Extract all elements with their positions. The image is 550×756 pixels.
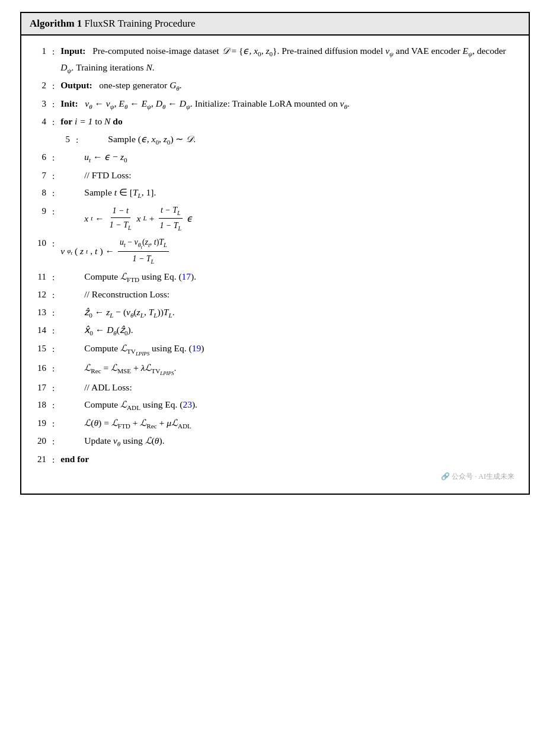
fraction-xt-2: t − TL 1 − TL xyxy=(158,203,183,234)
line-colon-15: : xyxy=(52,341,55,357)
watermark: 🔗 公众号 · AI生成未来 xyxy=(30,469,520,485)
algorithm-body: 1 : Input: Pre-computed noise-image data… xyxy=(21,36,529,494)
line-colon-12: : xyxy=(52,287,55,303)
line-num-16: 16 xyxy=(30,360,52,376)
line-10: 10 : vφt (zt, t) ← ut − vθt(zt, t)TL 1 −… xyxy=(30,235,520,267)
line-colon-21: : xyxy=(52,451,55,467)
do-keyword: do xyxy=(113,116,122,126)
output-label: Output: xyxy=(60,80,92,90)
line-colon-1: : xyxy=(52,43,55,59)
fraction-xt-1: 1 − t 1 − TL xyxy=(108,204,133,233)
line-colon-14: : xyxy=(52,322,55,338)
watermark-icon: 🔗 xyxy=(441,472,450,480)
line-num-6: 6 xyxy=(30,149,52,165)
line-6: 6 : ut ← ϵ − z0 xyxy=(30,149,520,166)
line-4: 4 : for i = 1 to N do xyxy=(30,114,520,130)
line-content-18: Compute ℒADL using Eq. (23). xyxy=(60,397,520,414)
input-label: Input: xyxy=(60,46,85,56)
line-content-5: Sample (ϵ, x0, z0) ∼ 𝒟. xyxy=(84,132,520,148)
line-num-20: 20 xyxy=(30,433,52,449)
line-content-16: ℒRec = ℒMSE + λℒTVLPIPS. xyxy=(60,360,520,378)
line-11: 11 : Compute ℒFTD using Eq. (17). xyxy=(30,269,520,286)
line-num-15: 15 xyxy=(30,341,52,356)
line-num-4: 4 xyxy=(30,114,52,129)
line-num-18: 18 xyxy=(30,397,52,412)
line-content-14: x̂0 ← Dθ(ẑ0). xyxy=(60,322,520,339)
line-content-13: ẑ0 ← zL − (vθ(zL, TL))TL. xyxy=(60,305,520,321)
line-7: 7 : // FTD Loss: xyxy=(30,168,520,184)
line-1: 1 : Input: Pre-computed noise-image data… xyxy=(30,43,520,76)
line-colon-5: : xyxy=(76,132,78,148)
line-18: 18 : Compute ℒADL using Eq. (23). xyxy=(30,397,520,414)
line-num-11: 11 xyxy=(30,269,52,284)
line-colon-19: : xyxy=(52,415,55,431)
line-colon-3: : xyxy=(52,96,55,112)
line-colon-11: : xyxy=(52,269,55,285)
algorithm-title: FluxSR Training Procedure xyxy=(85,18,196,29)
line-14: 14 : x̂0 ← Dθ(ẑ0). xyxy=(30,322,520,339)
line-content-20: Update vθ using ℒ(θ). xyxy=(60,433,520,450)
line-17: 17 : // ADL Loss: xyxy=(30,380,520,396)
line-3: 3 : Init: vθ ← vψ, Eθ ← Eψ, Dθ ← Dψ. Ini… xyxy=(30,96,520,113)
line-num-5: 5 xyxy=(53,132,76,147)
line-colon-2: : xyxy=(52,78,55,94)
line-5: 5 : Sample (ϵ, x0, z0) ∼ 𝒟. xyxy=(30,132,520,148)
line-colon-8: : xyxy=(52,185,55,201)
line-colon-20: : xyxy=(52,433,55,449)
line-content-15: Compute ℒTVLPIPS using Eq. (19) xyxy=(60,341,520,358)
line-num-7: 7 xyxy=(30,168,52,183)
line-20: 20 : Update vθ using ℒ(θ). xyxy=(30,433,520,450)
line-content-6: ut ← ϵ − z0 xyxy=(60,149,520,166)
line-9: 9 : xt ← 1 − t 1 − TL xL + t − TL 1 − TL… xyxy=(30,203,520,234)
line-num-1: 1 xyxy=(30,43,52,59)
line-content-11: Compute ℒFTD using Eq. (17). xyxy=(60,269,520,286)
line-content-2: Output: one-step generator Gθ. xyxy=(60,78,520,94)
line-colon-6: : xyxy=(52,149,55,165)
algorithm-box: Algorithm 1 FluxSR Training Procedure 1 … xyxy=(20,12,530,495)
line-content-10: vφt (zt, t) ← ut − vθt(zt, t)TL 1 − TL xyxy=(60,235,520,267)
line-num-13: 13 xyxy=(30,305,52,320)
line-13: 13 : ẑ0 ← zL − (vθ(zL, TL))TL. xyxy=(30,305,520,321)
line-content-9: xt ← 1 − t 1 − TL xL + t − TL 1 − TL ϵ xyxy=(60,203,520,234)
line-8: 8 : Sample t ∈ [TL, 1]. xyxy=(30,185,520,201)
line-colon-4: : xyxy=(52,114,55,130)
line-21: 21 : end for xyxy=(30,451,520,467)
for-keyword: for xyxy=(60,116,72,126)
line-num-17: 17 xyxy=(30,380,52,395)
line-colon-7: : xyxy=(52,168,55,184)
line-colon-13: : xyxy=(52,305,55,321)
line-content-12: // Reconstruction Loss: xyxy=(60,287,520,302)
fraction-vphi: ut − vθt(zt, t)TL 1 − TL xyxy=(118,235,169,267)
line-num-12: 12 xyxy=(30,287,52,302)
algorithm-number: Algorithm 1 xyxy=(30,18,82,29)
endfor-keyword: end for xyxy=(60,454,89,464)
init-label: Init: xyxy=(60,98,78,108)
line-num-3: 3 xyxy=(30,96,52,111)
line-content-3: Init: vθ ← vψ, Eθ ← Eψ, Dθ ← Dψ. Initial… xyxy=(60,96,520,113)
line-content-8: Sample t ∈ [TL, 1]. xyxy=(60,185,520,201)
line-num-14: 14 xyxy=(30,322,52,338)
line-content-21: end for xyxy=(60,451,520,467)
line-content-1: Input: Pre-computed noise-image dataset … xyxy=(60,43,520,76)
line-19: 19 : ℒ(θ) = ℒFTD + ℒRec + μℒADL xyxy=(30,415,520,432)
line-colon-18: : xyxy=(52,397,55,413)
line-content-7: // FTD Loss: xyxy=(60,168,520,183)
line-num-21: 21 xyxy=(30,451,52,467)
line-num-8: 8 xyxy=(30,185,52,200)
watermark-text: 公众号 · AI生成未来 xyxy=(452,472,514,480)
line-colon-17: : xyxy=(52,380,55,396)
line-2: 2 : Output: one-step generator Gθ. xyxy=(30,78,520,94)
line-content-4: for i = 1 to N do xyxy=(60,114,520,129)
line-colon-9: : xyxy=(52,203,55,219)
line-16: 16 : ℒRec = ℒMSE + λℒTVLPIPS. xyxy=(30,360,520,378)
line-12: 12 : // Reconstruction Loss: xyxy=(30,287,520,303)
algorithm-header: Algorithm 1 FluxSR Training Procedure xyxy=(21,13,529,36)
line-num-10: 10 xyxy=(30,235,52,251)
line-content-17: // ADL Loss: xyxy=(60,380,520,395)
line-num-9: 9 xyxy=(30,203,52,219)
line-num-19: 19 xyxy=(30,415,52,431)
line-15: 15 : Compute ℒTVLPIPS using Eq. (19) xyxy=(30,341,520,358)
line-colon-16: : xyxy=(52,360,55,376)
line-num-2: 2 xyxy=(30,78,52,93)
line-colon-10: : xyxy=(52,235,55,251)
